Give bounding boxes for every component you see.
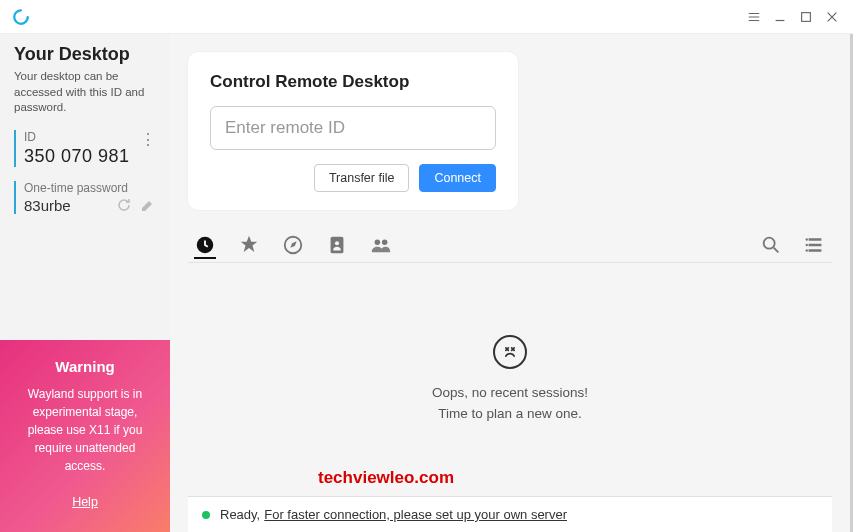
id-value: 350 070 981 xyxy=(24,146,130,167)
empty-line2: Time to plan a new one. xyxy=(438,404,582,424)
connect-button[interactable]: Connect xyxy=(419,164,496,192)
empty-line1: Oops, no recent sessions! xyxy=(432,383,588,403)
svg-point-9 xyxy=(806,244,808,246)
sad-face-icon xyxy=(493,335,527,369)
warning-panel: Warning Wayland support is in experiment… xyxy=(0,340,170,532)
password-value: 83urbe xyxy=(24,197,108,214)
maximize-icon[interactable] xyxy=(793,4,819,30)
list-view-icon[interactable] xyxy=(804,234,826,256)
id-label: ID xyxy=(24,130,130,144)
control-title: Control Remote Desktop xyxy=(210,72,496,92)
transfer-file-button[interactable]: Transfer file xyxy=(314,164,410,192)
svg-point-8 xyxy=(806,238,808,240)
sidebar-desc: Your desktop can be accessed with this I… xyxy=(14,69,156,116)
svg-point-4 xyxy=(335,241,339,245)
app-logo-icon xyxy=(12,8,30,26)
password-label: One-time password xyxy=(24,181,156,195)
tab-recent[interactable] xyxy=(194,237,216,259)
svg-point-10 xyxy=(806,249,808,251)
minimize-icon[interactable] xyxy=(767,4,793,30)
watermark: techviewleo.com xyxy=(318,468,454,488)
svg-point-6 xyxy=(382,240,388,246)
search-icon[interactable] xyxy=(760,234,782,256)
edit-icon[interactable] xyxy=(140,197,156,213)
svg-point-7 xyxy=(764,238,775,249)
status-ready: Ready, xyxy=(220,507,260,522)
remote-id-input[interactable] xyxy=(210,106,496,150)
content: Control Remote Desktop Transfer file Con… xyxy=(170,34,853,532)
tab-discovered[interactable] xyxy=(282,234,304,256)
refresh-icon[interactable] xyxy=(116,197,132,213)
status-dot-icon xyxy=(202,511,210,519)
tab-favorites[interactable] xyxy=(238,234,260,256)
close-icon[interactable] xyxy=(819,4,845,30)
empty-state: Oops, no recent sessions! Time to plan a… xyxy=(188,263,832,496)
status-server-link[interactable]: For faster connection, please set up you… xyxy=(264,507,567,522)
svg-point-5 xyxy=(375,240,381,246)
sidebar: Your Desktop Your desktop can be accesse… xyxy=(0,34,170,532)
control-card: Control Remote Desktop Transfer file Con… xyxy=(188,52,518,210)
titlebar xyxy=(0,0,853,34)
tab-address-book[interactable] xyxy=(326,234,348,256)
sidebar-title: Your Desktop xyxy=(14,44,156,65)
svg-rect-0 xyxy=(802,12,811,21)
tabbar xyxy=(188,234,832,263)
warning-title: Warning xyxy=(14,358,156,375)
hamburger-icon[interactable] xyxy=(741,4,767,30)
id-more-icon[interactable]: ⋮ xyxy=(140,130,156,148)
warning-help-link[interactable]: Help xyxy=(72,495,98,509)
warning-text: Wayland support is in experimental stage… xyxy=(14,385,156,475)
tab-group[interactable] xyxy=(370,234,392,256)
statusbar: Ready, For faster connection, please set… xyxy=(188,496,832,532)
